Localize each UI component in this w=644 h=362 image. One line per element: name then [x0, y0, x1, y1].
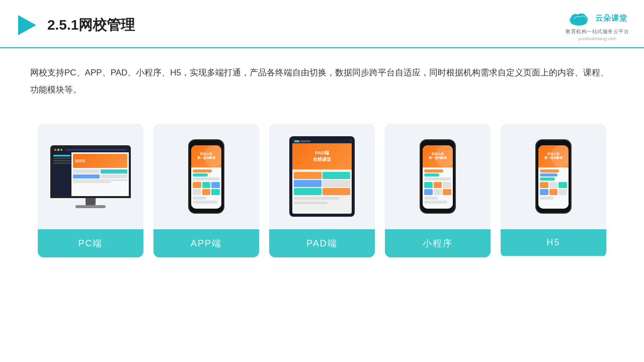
pc-stand — [86, 198, 96, 205]
app-block — [211, 182, 220, 188]
miniprogram-phone-mockup: 职达人的第一堂判断课 — [420, 139, 456, 214]
logo-cloud: 云朵课堂 — [567, 9, 627, 27]
mini-row — [424, 177, 451, 180]
app-preview: 职达人的第一堂判断课 — [153, 124, 259, 229]
h5-block — [540, 189, 548, 195]
pc-preview — [38, 124, 143, 229]
h5-block — [549, 182, 558, 188]
app-block — [193, 182, 201, 188]
mini-block — [443, 189, 451, 195]
h5-block — [549, 189, 558, 195]
logo-url: yunduoketang.com — [578, 36, 616, 41]
miniprogram-label: 小程序 — [385, 229, 491, 257]
pc-screen-outer — [50, 145, 131, 198]
pc-card: PC端 — [38, 124, 143, 257]
pad-block — [294, 180, 321, 187]
pad-preview: PAD端在线课堂 — [269, 124, 375, 229]
mini-row — [424, 169, 443, 172]
miniprogram-card: 职达人的第一堂判断课 — [385, 124, 491, 257]
mini-block — [434, 189, 442, 195]
header-left: 2.5.1网校管理 — [15, 13, 135, 37]
cloud-icon — [567, 9, 592, 27]
h5-block — [540, 182, 548, 188]
app-screen: 职达人的第一堂判断课 — [191, 145, 221, 209]
app-card: 职达人的第一堂判断课 — [153, 124, 259, 257]
app-row — [193, 173, 208, 176]
mini-block — [443, 182, 451, 188]
logo-area: 云朵课堂 教育机构一站式服务云平台 yunduoketang.com — [566, 9, 629, 41]
page-title: 2.5.1网校管理 — [47, 16, 135, 35]
pad-screen: PAD端在线课堂 — [292, 139, 352, 214]
mini-block — [424, 182, 433, 188]
cards-container: PC端 职达人的第一堂判断课 — [0, 114, 644, 273]
h5-notch — [548, 143, 559, 145]
app-row — [193, 201, 217, 204]
app-block — [202, 189, 211, 195]
pad-body — [292, 169, 352, 214]
h5-grid — [540, 182, 567, 195]
description-text: 网校支持PC、APP、PAD、小程序、H5，实现多端打通，产品各终端自由切换，数… — [0, 48, 644, 109]
pc-mockup — [50, 145, 131, 208]
pad-block — [323, 172, 350, 179]
pad-block — [294, 172, 321, 179]
pad-grid — [294, 172, 350, 195]
pad-label: PAD端 — [269, 229, 375, 257]
h5-preview: 职达人的第一堂判断课 — [501, 124, 606, 229]
h5-row — [540, 173, 557, 176]
h5-phone-mockup: 职达人的第一堂判断课 — [535, 139, 572, 214]
app-grid — [193, 182, 220, 195]
h5-row — [540, 197, 553, 200]
description-paragraph: 网校支持PC、APP、PAD、小程序、H5，实现多端打通，产品各终端自由切换，数… — [30, 64, 614, 99]
app-block — [211, 189, 220, 195]
h5-row — [540, 177, 555, 180]
h5-body — [538, 167, 569, 209]
h5-screen: 职达人的第一堂判断课 — [538, 145, 569, 209]
mini-row — [424, 201, 447, 204]
pad-card: PAD端在线课堂 — [269, 124, 375, 257]
app-body — [191, 167, 221, 209]
miniprogram-notch — [432, 143, 443, 145]
app-notch — [201, 143, 212, 145]
pc-label: PC端 — [38, 229, 143, 257]
miniprogram-body — [423, 167, 453, 209]
h5-block — [558, 189, 567, 195]
pad-banner: PAD端在线课堂 — [292, 143, 352, 169]
miniprogram-preview: 职达人的第一堂判断课 — [385, 124, 491, 229]
app-phone-mockup: 职达人的第一堂判断课 — [188, 139, 224, 214]
app-block — [202, 182, 211, 188]
app-label: APP端 — [153, 229, 259, 257]
app-banner: 职达人的第一堂判断课 — [191, 145, 221, 167]
mini-grid — [424, 182, 451, 195]
mini-block — [434, 182, 442, 188]
logo-name: 云朵课堂 — [595, 14, 627, 23]
app-row — [193, 197, 206, 200]
h5-banner: 职达人的第一堂判断课 — [538, 145, 569, 167]
pc-base — [75, 205, 106, 208]
mini-block — [424, 189, 433, 195]
pad-block — [323, 180, 350, 187]
svg-marker-0 — [18, 15, 36, 35]
pad-block — [294, 188, 321, 195]
pad-block — [323, 188, 350, 195]
page-header: 2.5.1网校管理 云朵课堂 教育机构一站式服务云平台 yunduoketang… — [0, 0, 644, 48]
pad-tablet-mockup: PAD端在线课堂 — [289, 136, 355, 217]
logo-tagline: 教育机构一站式服务云平台 — [566, 28, 629, 35]
app-block — [193, 189, 201, 195]
mini-row — [424, 173, 439, 176]
miniprogram-banner: 职达人的第一堂判断课 — [423, 145, 453, 167]
mini-row — [424, 197, 438, 200]
h5-card: 职达人的第一堂判断课 — [501, 124, 606, 257]
h5-block — [558, 182, 567, 188]
play-icon — [15, 13, 39, 37]
h5-label: H5 — [501, 229, 606, 256]
app-row — [193, 177, 220, 180]
miniprogram-screen: 职达人的第一堂判断课 — [423, 145, 453, 209]
h5-row — [540, 169, 559, 172]
app-row — [193, 169, 212, 172]
